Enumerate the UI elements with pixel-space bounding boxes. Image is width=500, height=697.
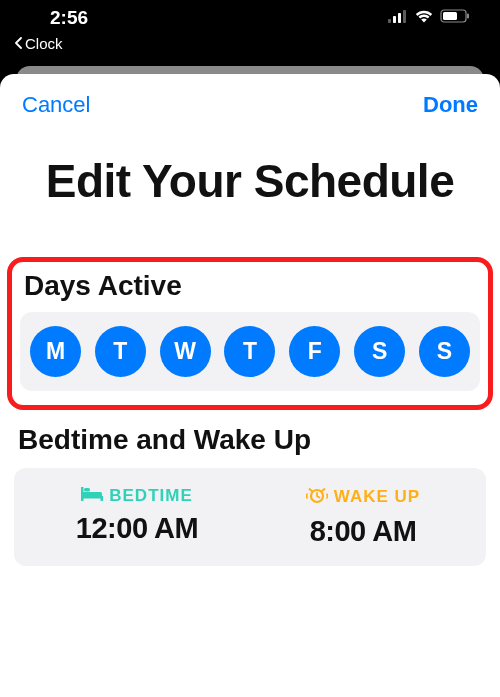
svg-rect-11 [84,488,90,492]
battery-icon [440,9,470,27]
wakeup-header: WAKE UP [306,486,420,509]
bedtime-label: BEDTIME [109,486,193,506]
sleep-card: BEDTIME 12:00 AM WAKE UP 8:00 AM [14,468,486,566]
svg-rect-8 [81,496,103,499]
status-time: 2:56 [50,7,88,29]
svg-rect-1 [393,16,396,23]
day-saturday[interactable]: S [354,326,405,377]
page-title: Edit Your Schedule [30,156,470,207]
svg-rect-9 [81,498,84,501]
modal-sheet: Cancel Done Edit Your Schedule Days Acti… [0,74,500,697]
back-chevron-icon [14,35,23,52]
nav-bar: Cancel Done [0,74,500,128]
back-to-app[interactable]: Clock [0,35,500,60]
days-active-label: Days Active [24,270,480,302]
status-icons [388,9,470,27]
svg-rect-6 [467,13,469,18]
cancel-button[interactable]: Cancel [22,92,90,118]
wifi-icon [414,9,434,27]
cellular-icon [388,9,408,27]
day-wednesday[interactable]: W [160,326,211,377]
day-sunday[interactable]: S [419,326,470,377]
status-bar: 2:56 [0,0,500,35]
day-tuesday[interactable]: T [95,326,146,377]
bedtime-value[interactable]: 12:00 AM [76,512,198,545]
wakeup-column: WAKE UP 8:00 AM [250,486,476,548]
back-app-label: Clock [25,35,63,52]
day-monday[interactable]: M [30,326,81,377]
svg-rect-2 [398,13,401,23]
svg-rect-3 [403,10,406,23]
bedtime-section-label: Bedtime and Wake Up [18,424,500,456]
svg-rect-10 [101,498,104,501]
wakeup-value[interactable]: 8:00 AM [310,515,417,548]
days-container: M T W T F S S [20,312,480,391]
bed-icon [81,486,103,506]
svg-rect-0 [388,19,391,23]
svg-rect-12 [81,487,84,497]
day-friday[interactable]: F [289,326,340,377]
wakeup-label: WAKE UP [334,487,420,507]
bedtime-column: BEDTIME 12:00 AM [24,486,250,548]
bedtime-header: BEDTIME [81,486,193,506]
done-button[interactable]: Done [423,92,478,118]
alarm-icon [306,486,328,509]
svg-rect-5 [443,12,457,20]
days-active-highlight: Days Active M T W T F S S [7,257,493,410]
day-thursday[interactable]: T [224,326,275,377]
